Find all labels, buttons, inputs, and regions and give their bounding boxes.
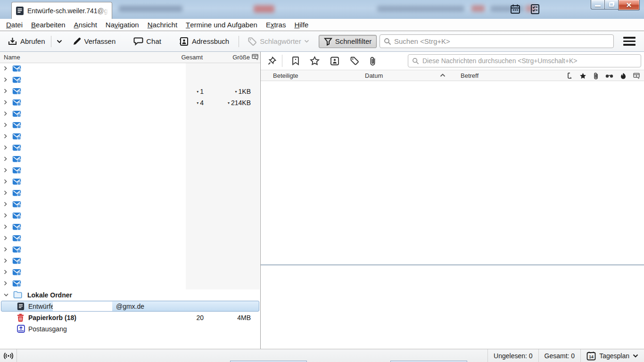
filter-unread-icon[interactable] <box>292 56 299 66</box>
calendar-day-icon: 14 <box>586 351 596 361</box>
menu-ansicht[interactable]: Ansicht <box>70 19 101 31</box>
menu-navigation[interactable]: Navigation <box>101 19 143 31</box>
menu-extras[interactable]: Extras <box>262 19 290 31</box>
menu-datei[interactable]: Datei <box>2 19 27 31</box>
chevron-right-icon[interactable] <box>4 122 9 128</box>
column-picker-icon[interactable] <box>633 73 640 79</box>
message-pane-empty <box>261 265 644 349</box>
mail-account-icon <box>12 155 21 163</box>
global-search-input[interactable] <box>380 34 614 48</box>
chevron-right-icon[interactable] <box>4 213 9 218</box>
chevron-right-icon[interactable] <box>4 133 9 139</box>
folder-row-trash[interactable]: Papierkorb (18) 20 4MB <box>0 312 260 323</box>
folder-row-account[interactable]: ▾ ▾ <box>0 154 260 165</box>
chevron-right-icon[interactable] <box>4 99 9 105</box>
chevron-right-icon[interactable] <box>4 145 9 150</box>
folder-row-account[interactable]: ▾ ▾ <box>0 108 260 120</box>
chevron-down-icon[interactable] <box>4 292 9 297</box>
folder-row-account[interactable]: ▾4 ▾214KB <box>0 97 260 108</box>
restore-button[interactable] <box>605 0 618 9</box>
column-total[interactable]: Gesamt <box>181 54 203 61</box>
folder-row-account[interactable]: ▾ ▾ <box>0 244 260 255</box>
chevron-right-icon[interactable] <box>4 201 9 207</box>
column-attachment-icon[interactable] <box>594 72 598 80</box>
chevron-right-icon[interactable] <box>4 66 9 71</box>
column-size[interactable]: Größe <box>232 54 250 61</box>
folder-row-account[interactable]: ▾ ▾ <box>0 233 260 244</box>
column-thread-icon[interactable] <box>567 73 572 79</box>
chevron-right-icon[interactable] <box>4 247 9 252</box>
folder-row-account[interactable]: ▾ ▾ <box>0 255 260 267</box>
folder-row-account[interactable]: ▾ ▾ <box>0 176 260 188</box>
folder-row-account[interactable]: ▾ ▾ <box>0 188 260 199</box>
chat-button[interactable]: Chat <box>131 35 164 48</box>
today-pane-toggle[interactable]: 14 Tagesplan <box>581 349 644 362</box>
document-icon <box>16 6 24 16</box>
chevron-right-icon[interactable] <box>4 269 9 275</box>
folder-row-account[interactable]: ▾ ▾ <box>0 74 260 86</box>
chevron-right-icon[interactable] <box>4 224 9 230</box>
addressbook-button[interactable]: Adressbuch <box>176 35 232 48</box>
menu-termine-und-aufgaben[interactable]: Termine und Aufgaben <box>182 19 262 31</box>
chevron-right-icon[interactable] <box>4 179 9 184</box>
folder-row-account[interactable]: ▾ ▾ <box>0 278 260 289</box>
filter-tag-icon[interactable] <box>350 56 359 66</box>
folder-row-account[interactable]: ▾ ▾ <box>0 267 260 278</box>
folder-row-account[interactable]: ▾ ▾ <box>0 222 260 233</box>
quick-filter-toggle-button[interactable]: Schnellfilter <box>319 35 377 48</box>
folder-row-account[interactable]: ▾ ▾ <box>0 131 260 142</box>
folder-row-account[interactable]: ▾ ▾ <box>0 199 260 210</box>
chevron-right-icon[interactable] <box>4 258 9 263</box>
mail-tab[interactable]: Entwürfe-sch.weiler.741@gmx <box>11 2 112 19</box>
tags-button[interactable]: Schlagwörter <box>245 35 312 48</box>
column-junk-icon[interactable] <box>620 73 626 79</box>
get-messages-button[interactable]: Abrufen <box>5 35 48 48</box>
filter-contact-icon[interactable] <box>330 57 339 66</box>
chevron-right-icon[interactable] <box>4 88 9 94</box>
online-status-button[interactable] <box>0 349 17 362</box>
folder-row-account[interactable]: ▾ ▾ <box>0 210 260 222</box>
filter-starred-icon[interactable] <box>310 56 320 66</box>
get-messages-dropdown[interactable] <box>54 38 65 45</box>
chevron-right-icon[interactable] <box>4 111 9 116</box>
search-icon <box>384 38 391 45</box>
column-date[interactable]: Datum <box>365 72 383 79</box>
menu-hilfe[interactable]: Hilfe <box>290 19 313 31</box>
column-participants[interactable]: Beteiligte <box>273 72 298 79</box>
minimize-button[interactable] <box>591 0 605 9</box>
close-button[interactable]: ✕ <box>618 0 640 10</box>
folder-row-account[interactable]: ▾ ▾ <box>0 142 260 154</box>
column-picker-icon[interactable] <box>252 54 259 60</box>
chevron-right-icon[interactable] <box>4 77 9 82</box>
filter-attachment-icon[interactable] <box>370 56 376 66</box>
folder-row-account[interactable]: ▾ ▾ <box>0 63 260 74</box>
chevron-right-icon[interactable] <box>4 235 9 241</box>
message-search-input[interactable] <box>408 54 641 67</box>
menu-bearbeiten[interactable]: Bearbeiten <box>27 19 70 31</box>
thread-list-empty[interactable] <box>261 81 644 264</box>
tasks-tab-icon[interactable] <box>529 3 541 15</box>
get-messages-label: Abrufen <box>20 37 45 45</box>
column-read-icon[interactable] <box>605 74 613 78</box>
folder-row-account[interactable]: ▾1 ▾1KB <box>0 86 260 97</box>
folder-row-account[interactable]: ▾ ▾ <box>0 120 260 131</box>
menu-nachricht[interactable]: Nachricht <box>143 19 182 31</box>
app-menu-button[interactable] <box>621 35 637 48</box>
folder-row-drafts-selected[interactable]: Entwürfe-@gmx.de <box>0 301 260 312</box>
column-subject[interactable]: Betreff <box>461 72 479 79</box>
chevron-right-icon[interactable] <box>4 190 9 196</box>
calendar-tab-icon[interactable] <box>509 3 521 15</box>
chevron-right-icon[interactable] <box>4 156 9 162</box>
broadcast-icon <box>3 352 14 360</box>
folder-row-outbox[interactable]: Postausgang <box>0 323 260 335</box>
compose-button[interactable]: Verfassen <box>69 35 119 48</box>
mail-account-icon <box>12 65 21 73</box>
chevron-right-icon[interactable] <box>4 280 9 286</box>
folder-row-local-folders[interactable]: Lokale Ordner <box>0 289 260 301</box>
mail-account-icon <box>12 234 21 242</box>
chevron-right-icon[interactable] <box>4 167 9 173</box>
sticky-pin-icon[interactable] <box>267 56 277 66</box>
folder-row-account[interactable]: ▾ ▾ <box>0 165 260 176</box>
column-name[interactable]: Name <box>4 54 20 61</box>
column-starred-icon[interactable] <box>579 73 586 79</box>
